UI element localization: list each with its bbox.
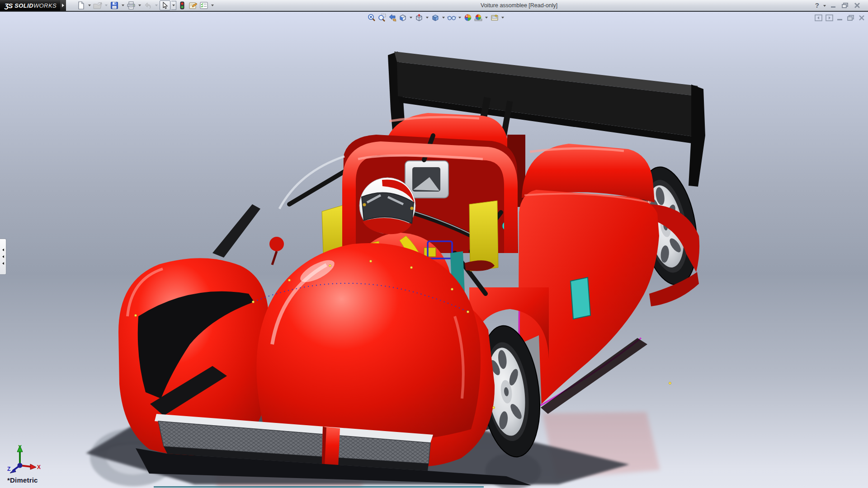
view-orientation-icon xyxy=(415,14,423,22)
open-document-caret[interactable] xyxy=(104,1,108,10)
view-orientation-button[interactable] xyxy=(415,13,424,22)
save-button[interactable] xyxy=(109,1,119,10)
edit-appearance-button[interactable] xyxy=(188,1,198,10)
apply-scene-caret[interactable] xyxy=(484,17,489,19)
open-folder-icon xyxy=(93,1,102,9)
eyeglasses-icon xyxy=(447,14,456,22)
main-toolbar xyxy=(76,1,215,10)
section-view-caret[interactable] xyxy=(409,17,413,19)
hide-show-items-caret[interactable] xyxy=(458,17,462,19)
view-orientation-label: *Dimetric xyxy=(7,476,38,484)
triad-y-label: Y xyxy=(18,444,22,450)
undo-button[interactable] xyxy=(143,1,153,10)
feature-panel-splitter-tab[interactable] xyxy=(0,239,6,275)
restore-document-button[interactable] xyxy=(847,14,855,21)
note-hand-icon xyxy=(189,1,198,9)
document-window-controls xyxy=(815,14,865,21)
appearance-ball-icon xyxy=(464,14,472,22)
print-button[interactable] xyxy=(126,1,136,10)
bottom-edge-line xyxy=(154,486,484,488)
display-style-caret[interactable] xyxy=(441,17,446,19)
minimize-button[interactable] xyxy=(830,2,837,9)
window-title: Voiture assomblee [Read-only] xyxy=(481,2,557,9)
hide-show-items-button[interactable] xyxy=(447,13,456,22)
save-caret[interactable] xyxy=(120,1,125,10)
checklist-icon xyxy=(199,1,208,9)
view-settings-icon xyxy=(491,14,499,22)
zoom-to-fit-icon xyxy=(368,14,376,22)
new-document-button[interactable] xyxy=(76,1,86,10)
brand-solid-text: SOLID xyxy=(14,2,33,9)
zoom-to-fit-button[interactable] xyxy=(367,13,376,22)
zoom-to-area-button[interactable] xyxy=(377,13,387,22)
zoom-to-area-icon xyxy=(378,14,386,22)
new-document-caret[interactable] xyxy=(87,1,92,10)
splitter-arrow-icon xyxy=(2,249,4,251)
collapse-left-pane-button[interactable] xyxy=(815,14,822,21)
minimize-document-button[interactable] xyxy=(836,14,844,21)
headsup-view-toolbar xyxy=(367,13,505,22)
view-settings-button[interactable] xyxy=(490,13,499,22)
close-document-button[interactable] xyxy=(858,14,865,21)
section-view-button[interactable] xyxy=(398,13,407,22)
display-style-icon xyxy=(431,14,439,22)
select-tool-caret[interactable] xyxy=(171,1,176,10)
triad-z-label: Z xyxy=(7,466,10,472)
traffic-light-button[interactable] xyxy=(177,1,187,10)
open-document-button[interactable] xyxy=(93,1,103,10)
window-controls: ? xyxy=(815,1,861,10)
edit-appearance-ball-button[interactable] xyxy=(463,13,472,22)
splitter-arrow-icon xyxy=(2,262,4,265)
view-settings-caret[interactable] xyxy=(500,17,505,19)
help-caret[interactable] xyxy=(823,5,826,7)
splitter-arrow-icon xyxy=(2,255,4,258)
cursor-arrow-icon xyxy=(162,2,168,9)
solidworks-window: ƷS SOLIDWORKS xyxy=(0,0,868,488)
triad-x-label: X xyxy=(37,464,41,470)
menu-expand-arrow[interactable] xyxy=(60,0,66,11)
undo-arrow-icon xyxy=(143,1,152,9)
select-tool-button[interactable] xyxy=(160,0,170,10)
collapse-right-pane-button[interactable] xyxy=(826,14,833,21)
undo-caret[interactable] xyxy=(154,1,159,10)
title-bar: ƷS SOLIDWORKS xyxy=(0,0,868,11)
close-button[interactable] xyxy=(854,2,861,9)
previous-view-button[interactable] xyxy=(388,13,397,22)
display-style-button[interactable] xyxy=(431,13,440,22)
reference-triad: Y X Z xyxy=(5,444,42,476)
race-car-model[interactable] xyxy=(0,12,868,488)
traffic-light-icon xyxy=(180,1,184,9)
help-button[interactable]: ? xyxy=(815,1,819,10)
brand-works-text: WORKS xyxy=(33,2,57,9)
save-floppy-icon xyxy=(110,1,118,9)
graphics-viewport[interactable]: Y X Z *Dimetric xyxy=(0,12,868,488)
section-view-icon xyxy=(399,14,407,22)
new-document-icon xyxy=(77,1,85,9)
restore-button[interactable] xyxy=(841,2,849,9)
brand-glyph: ƷS xyxy=(5,2,12,9)
solidworks-logo: ƷS SOLIDWORKS xyxy=(0,0,60,11)
print-caret[interactable] xyxy=(137,1,142,10)
view-orientation-caret[interactable] xyxy=(425,17,429,19)
previous-view-icon xyxy=(388,14,396,22)
apply-scene-button[interactable] xyxy=(474,13,483,22)
apply-scene-icon xyxy=(474,14,482,22)
printer-icon xyxy=(127,1,136,9)
options-checklist-button[interactable] xyxy=(199,1,209,10)
options-caret[interactable] xyxy=(210,1,215,10)
